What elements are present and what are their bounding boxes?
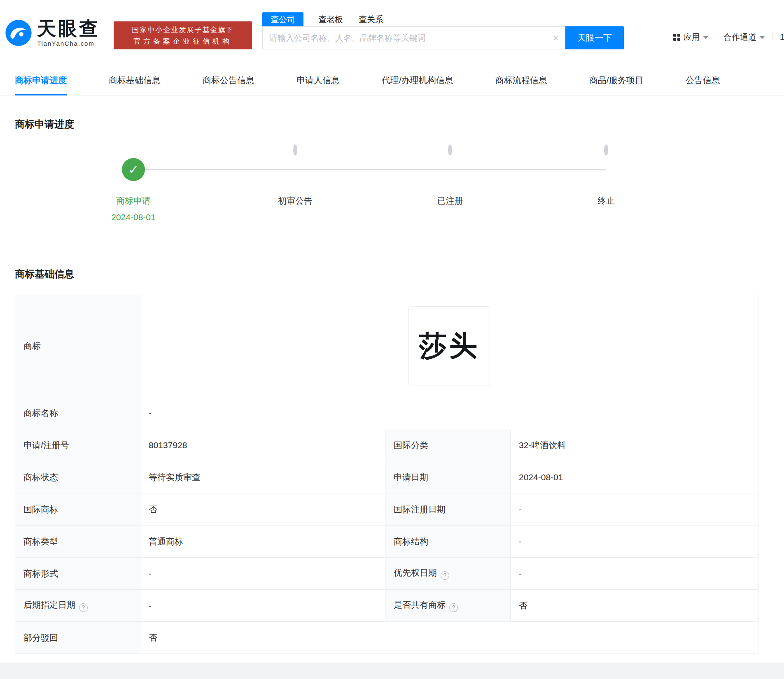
field-label: 申请/注册号	[15, 429, 140, 461]
help-icon[interactable]	[449, 603, 458, 612]
progress-timeline: 商标申请 2024-08-01 初审公告 已注册 终止	[0, 146, 784, 234]
search-tab-relation[interactable]: 查关系	[358, 12, 384, 26]
tab-agency-info[interactable]: 代理/办理机构信息	[382, 65, 453, 95]
field-label: 商标名称	[15, 397, 140, 429]
field-value: 否	[140, 622, 758, 654]
tab-goods-services[interactable]: 商品/服务项目	[589, 65, 644, 95]
field-label: 国际分类	[385, 429, 511, 461]
check-circle-icon	[122, 158, 145, 181]
tab-trademark-gazette[interactable]: 商标公告信息	[203, 65, 254, 95]
tab-trademark-progress[interactable]: 商标申请进度	[15, 65, 67, 95]
empty-circle-icon	[448, 144, 452, 156]
caret-down-icon	[703, 36, 708, 39]
vertical-divider	[716, 33, 716, 41]
certification-badge: 国家中小企业发展子基金旗下 官方备案企业征信机构	[114, 21, 252, 49]
field-value: 否	[140, 493, 385, 526]
trademark-basic-info-section: 商标基础信息 商标 莎头 商标名称 - 申请/注册号 80137928 国际分类…	[0, 268, 784, 654]
field-value: 等待实质审查	[140, 461, 385, 493]
field-label: 商标形式	[15, 558, 140, 590]
search-tabs: 查公司 查老板 查关系	[262, 12, 624, 26]
field-label: 商标结构	[385, 526, 511, 558]
empty-circle-icon	[293, 144, 297, 156]
apps-menu-label: 应用	[684, 32, 700, 43]
info-row-trademark: 商标 莎头	[15, 295, 758, 397]
info-row-form: 商标形式 - 优先权日期 -	[15, 558, 758, 590]
progress-step-registered: 已注册	[397, 146, 504, 154]
truncated-menu-item[interactable]: 1	[780, 33, 784, 42]
tab-trademark-process[interactable]: 商标流程信息	[495, 65, 547, 95]
help-icon[interactable]	[79, 603, 88, 612]
field-value: 否	[511, 590, 758, 622]
field-label: 部分驳回	[15, 622, 140, 654]
caret-down-icon	[760, 36, 765, 39]
cooperation-menu[interactable]: 合作通道	[723, 32, 765, 43]
info-row-later-designation: 后期指定日期 - 是否共有商标 否	[15, 590, 758, 622]
basic-info-table: 商标 莎头 商标名称 - 申请/注册号 80137928 国际分类 32-啤酒饮…	[15, 295, 758, 654]
info-row-registration-number: 申请/注册号 80137928 国际分类 32-啤酒饮料	[15, 429, 758, 461]
tab-trademark-basic-info[interactable]: 商标基础信息	[109, 65, 161, 95]
progress-step-applied: 商标申请 2024-08-01	[80, 146, 187, 181]
progress-step-date: 2024-08-01	[80, 212, 187, 222]
apps-menu[interactable]: 应用	[673, 32, 708, 43]
search-tab-boss[interactable]: 查老板	[317, 12, 344, 26]
search-button[interactable]: 天眼一下	[565, 26, 624, 49]
field-label: 申请日期	[385, 461, 511, 493]
timeline-line	[133, 169, 606, 170]
field-value: 莎头	[140, 295, 758, 397]
tab-applicant-info[interactable]: 申请人信息	[296, 65, 340, 95]
badge-line-1: 国家中小企业发展子基金旗下	[132, 25, 234, 35]
field-label: 国际注册日期	[385, 493, 511, 526]
section-title-basic-info: 商标基础信息	[15, 268, 784, 280]
search-row: 天眼一下	[262, 26, 624, 49]
cooperation-menu-label: 合作通道	[723, 32, 756, 43]
info-row-type: 商标类型 普通商标 商标结构 -	[15, 526, 758, 558]
field-label: 是否共有商标	[385, 590, 511, 622]
field-value: 80137928	[140, 429, 385, 461]
field-value: 32-啤酒饮料	[511, 429, 758, 461]
field-value: -	[511, 526, 758, 558]
field-value: -	[140, 558, 385, 590]
brand-domain: TianYanCha.com	[37, 40, 100, 47]
field-value: -	[511, 558, 758, 590]
tianyancha-logo-icon	[5, 19, 32, 47]
search-input[interactable]	[262, 26, 565, 49]
search-input-wrap	[262, 26, 565, 49]
field-value: -	[140, 397, 758, 429]
progress-step-label: 已注册	[397, 195, 504, 207]
field-value: -	[511, 493, 758, 526]
apps-grid-icon	[673, 34, 680, 41]
progress-step-terminated: 终止	[553, 146, 660, 154]
trademark-image[interactable]: 莎头	[408, 306, 490, 386]
empty-circle-icon	[604, 144, 608, 156]
progress-step-label: 初审公告	[242, 195, 349, 207]
field-label: 优先权日期	[385, 558, 511, 590]
progress-step-label: 终止	[553, 195, 660, 207]
tab-announcement-info[interactable]: 公告信息	[686, 65, 720, 95]
info-row-trademark-name: 商标名称 -	[15, 397, 758, 429]
detail-nav-tabs: 商标申请进度 商标基础信息 商标公告信息 申请人信息 代理/办理机构信息 商标流…	[0, 65, 784, 95]
search-tab-company[interactable]: 查公司	[262, 12, 303, 26]
progress-step-label: 商标申请	[80, 195, 187, 207]
vertical-divider	[772, 33, 772, 41]
section-title-progress: 商标申请进度	[15, 119, 784, 130]
top-header: 天眼查 TianYanCha.com 国家中小企业发展子基金旗下 官方备案企业征…	[0, 0, 784, 65]
logo-text: 天眼查 TianYanCha.com	[37, 19, 100, 47]
progress-step-preliminary-gazette: 初审公告	[242, 146, 349, 154]
field-label: 商标	[15, 295, 140, 397]
badge-line-2: 官方备案企业征信机构	[133, 37, 232, 46]
header-right-menu: 应用 合作通道 1	[673, 29, 784, 45]
brand-name: 天眼查	[37, 19, 100, 38]
trademark-progress-section: 商标申请进度 商标申请 2024-08-01 初审公告 已注册 终止	[0, 119, 784, 234]
tianyancha-logo[interactable]: 天眼查 TianYanCha.com	[5, 19, 100, 47]
field-label: 后期指定日期	[15, 590, 140, 622]
search-block: 查公司 查老板 查关系 天眼一下	[262, 12, 624, 49]
help-icon[interactable]	[441, 571, 449, 580]
info-row-international: 国际商标 否 国际注册日期 -	[15, 493, 758, 526]
clear-icon[interactable]	[553, 33, 559, 43]
page-background-strip	[0, 663, 784, 679]
field-value: -	[140, 590, 385, 622]
field-label: 商标状态	[15, 461, 140, 493]
field-value: 普通商标	[140, 526, 385, 558]
field-label: 商标类型	[15, 526, 140, 558]
field-label: 国际商标	[15, 493, 140, 526]
